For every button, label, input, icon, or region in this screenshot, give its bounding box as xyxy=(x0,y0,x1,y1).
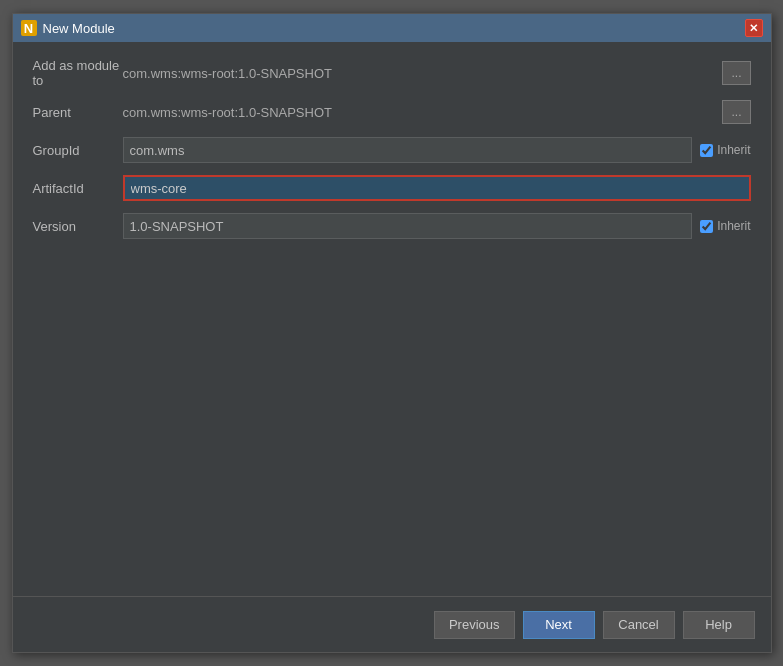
previous-button[interactable]: Previous xyxy=(434,611,515,639)
group-id-input-wrap: Inherit xyxy=(123,137,751,163)
add-module-browse-button[interactable]: ... xyxy=(722,61,750,85)
add-module-row: Add as module to com.wms:wms-root:1.0-SN… xyxy=(33,58,751,88)
window-title: New Module xyxy=(43,21,115,36)
next-button[interactable]: Next xyxy=(523,611,595,639)
version-inherit-wrap: Inherit xyxy=(700,219,750,233)
artifact-id-row: ArtifactId xyxy=(33,174,751,202)
group-id-row: GroupId Inherit xyxy=(33,136,751,164)
add-module-value-wrap: com.wms:wms-root:1.0-SNAPSHOT xyxy=(123,66,723,81)
group-id-inherit-label: Inherit xyxy=(717,143,750,157)
artifact-id-input-wrap xyxy=(123,175,751,201)
version-row: Version Inherit xyxy=(33,212,751,240)
group-id-inherit-checkbox[interactable] xyxy=(700,144,713,157)
add-module-value: com.wms:wms-root:1.0-SNAPSHOT xyxy=(123,66,723,81)
artifact-id-label: ArtifactId xyxy=(33,181,123,196)
cancel-button[interactable]: Cancel xyxy=(603,611,675,639)
group-id-input[interactable] xyxy=(123,137,693,163)
footer: Previous Next Cancel Help xyxy=(13,596,771,652)
title-bar: N New Module ✕ xyxy=(13,14,771,42)
version-input[interactable] xyxy=(123,213,693,239)
version-input-wrap: Inherit xyxy=(123,213,751,239)
help-button[interactable]: Help xyxy=(683,611,755,639)
version-inherit-label: Inherit xyxy=(717,219,750,233)
version-label: Version xyxy=(33,219,123,234)
window-icon: N xyxy=(21,20,37,36)
new-module-dialog: N New Module ✕ Add as module to com.wms:… xyxy=(12,13,772,653)
title-bar-left: N New Module xyxy=(21,20,115,36)
group-id-label: GroupId xyxy=(33,143,123,158)
parent-browse-button[interactable]: ... xyxy=(722,100,750,124)
parent-value-wrap: com.wms:wms-root:1.0-SNAPSHOT xyxy=(123,105,723,120)
group-id-inherit-wrap: Inherit xyxy=(700,143,750,157)
add-module-label: Add as module to xyxy=(33,58,123,88)
parent-row: Parent com.wms:wms-root:1.0-SNAPSHOT ... xyxy=(33,98,751,126)
parent-label: Parent xyxy=(33,105,123,120)
close-button[interactable]: ✕ xyxy=(745,19,763,37)
version-inherit-checkbox[interactable] xyxy=(700,220,713,233)
form-content: Add as module to com.wms:wms-root:1.0-SN… xyxy=(13,42,771,596)
parent-value: com.wms:wms-root:1.0-SNAPSHOT xyxy=(123,105,723,120)
artifact-id-input[interactable] xyxy=(123,175,751,201)
